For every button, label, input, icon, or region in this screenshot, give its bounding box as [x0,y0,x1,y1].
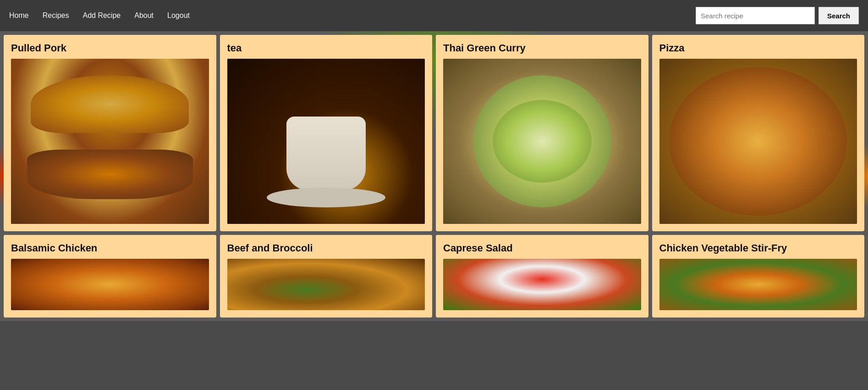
tea-image [227,59,425,224]
chicken-stir-fry-image [659,259,857,310]
recipe-image [227,59,425,224]
nav-logout[interactable]: Logout [167,11,190,20]
recipe-card-thai-green-curry[interactable]: Thai Green Curry [436,35,648,231]
recipe-title: Chicken Vegetable Stir-Fry [652,235,865,259]
recipe-title: Caprese Salad [436,235,648,259]
recipe-image [443,59,641,224]
nav-recipes[interactable]: Recipes [43,11,69,20]
recipe-image [227,259,425,310]
thai-green-curry-image [443,59,641,224]
search-input[interactable] [696,7,815,24]
search-area: Search [696,7,859,24]
recipe-title: tea [220,35,433,59]
recipe-title: Pulled Pork [4,35,216,59]
search-button[interactable]: Search [819,7,859,24]
balsamic-chicken-image [11,259,209,310]
recipe-card-beef-broccoli[interactable]: Beef and Broccoli [220,235,433,318]
recipe-title: Pizza [652,35,865,59]
beef-broccoli-image [227,259,425,310]
pulled-pork-image [11,59,209,224]
recipe-title: Thai Green Curry [436,35,648,59]
recipe-card-tea[interactable]: tea [220,35,433,231]
main-content: Pulled Pork tea Thai Green Curry Pizza [0,31,868,321]
recipe-image [443,259,641,310]
pizza-image [659,59,857,224]
recipe-image [11,259,209,310]
navbar: Home Recipes Add Recipe About Logout Sea… [0,0,868,31]
recipe-card-pizza[interactable]: Pizza [652,35,865,231]
recipe-card-pulled-pork[interactable]: Pulled Pork [4,35,216,231]
recipe-title: Balsamic Chicken [4,235,216,259]
nav-home[interactable]: Home [9,11,29,20]
recipe-card-chicken-stir-fry[interactable]: Chicken Vegetable Stir-Fry [652,235,865,318]
recipe-card-caprese-salad[interactable]: Caprese Salad [436,235,648,318]
recipe-image [11,59,209,224]
nav-links: Home Recipes Add Recipe About Logout [9,11,696,20]
recipe-grid: Pulled Pork tea Thai Green Curry Pizza [0,31,868,321]
caprese-salad-image [443,259,641,310]
recipe-image [659,259,857,310]
recipe-image [659,59,857,224]
nav-add-recipe[interactable]: Add Recipe [83,11,121,20]
nav-about[interactable]: About [134,11,154,20]
recipe-title: Beef and Broccoli [220,235,433,259]
recipe-card-balsamic-chicken[interactable]: Balsamic Chicken [4,235,216,318]
